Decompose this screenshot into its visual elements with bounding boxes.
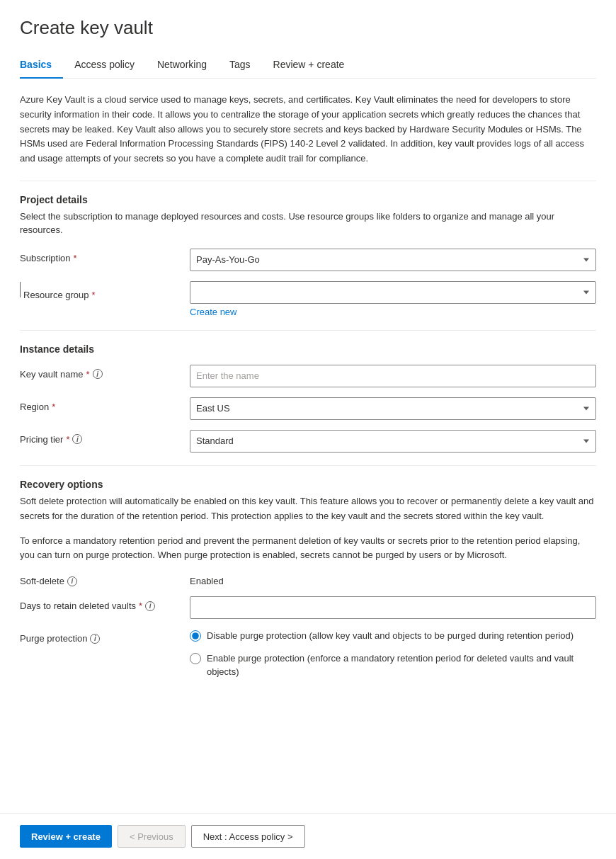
resource-group-row: Resource group * Create new [20,281,596,317]
resource-group-select-wrapper [190,281,596,304]
subscription-required: * [74,253,77,263]
subscription-control: Pay-As-You-Go [190,249,596,271]
purge-radio-1[interactable] [190,630,201,642]
purge-option-2-label: Enable purge protection (enforce a manda… [207,652,596,679]
resource-group-label: Resource group * [23,285,193,300]
recovery-description-2: To enforce a mandatory retention period … [20,534,596,564]
create-new-link[interactable]: Create new [190,307,236,317]
purge-options: Disable purge protection (allow key vaul… [190,629,596,679]
tab-networking[interactable]: Networking [146,53,218,79]
resource-group-required: * [92,290,96,300]
key-vault-name-control [190,365,596,387]
subscription-select[interactable]: Pay-As-You-Go [190,249,596,271]
key-vault-name-input[interactable] [190,365,596,387]
section-divider-2 [20,330,596,331]
footer: Review + create < Previous Next : Access… [0,813,616,859]
key-vault-name-row: Key vault name * i [20,365,596,387]
days-retain-input[interactable]: 90 [190,596,596,619]
tree-line [20,282,21,297]
subscription-select-wrapper: Pay-As-You-Go [190,249,596,271]
tab-basics[interactable]: Basics [20,53,63,79]
pricing-tier-select-wrapper: Standard Premium [190,430,596,453]
recovery-description-1: Soft delete protection will automaticall… [20,494,596,524]
project-details-section: Project details Select the subscription … [20,194,596,317]
page-container: Create key vault Basics Access policy Ne… [0,0,616,859]
key-vault-name-label: Key vault name * i [20,365,190,380]
soft-delete-value: Enabled [190,576,224,586]
next-button[interactable]: Next : Access policy > [191,825,305,848]
days-retain-label: Days to retain deleted vaults * i [20,596,190,611]
project-details-subtitle: Select the subscription to manage deploy… [20,210,596,237]
description-text: Azure Key Vault is a cloud service used … [20,93,596,166]
purge-option-1-label: Disable purge protection (allow key vaul… [207,629,574,643]
pricing-tier-row: Pricing tier * i Standard Premium [20,430,596,453]
purge-protection-row: Purge protection i Disable purge protect… [20,629,596,679]
subscription-label: Subscription * [20,249,190,263]
days-retain-info-icon[interactable]: i [145,601,155,611]
resource-group-select[interactable] [190,281,596,304]
purge-protection-control: Disable purge protection (allow key vaul… [190,629,596,679]
region-row: Region * East US West US West US 2 East … [20,397,596,420]
pricing-tier-label: Pricing tier * i [20,430,190,445]
region-label: Region * [20,397,190,412]
resource-group-label-wrap: Resource group * [20,281,190,300]
purge-protection-info-icon[interactable]: i [90,634,100,644]
previous-button[interactable]: < Previous [118,825,186,848]
tab-review-create[interactable]: Review + create [262,53,356,79]
resource-group-field-wrap: Create new [190,281,596,317]
region-control: East US West US West US 2 East US 2 Cent… [190,397,596,420]
pricing-tier-info-icon[interactable]: i [72,434,82,444]
tab-tags[interactable]: Tags [218,53,262,79]
key-vault-name-info-icon[interactable]: i [93,369,103,379]
tab-access-policy[interactable]: Access policy [63,53,146,79]
section-divider-3 [20,465,596,466]
instance-details-section: Instance details Key vault name * i Regi… [20,343,596,453]
soft-delete-row: Soft-delete i Enabled [20,576,596,586]
region-required: * [52,402,55,412]
tabs-bar: Basics Access policy Networking Tags Rev… [20,53,596,79]
recovery-options-title: Recovery options [20,479,596,490]
purge-radio-2[interactable] [190,653,201,664]
project-details-title: Project details [20,194,596,205]
purge-protection-label: Purge protection i [20,629,190,644]
page-title: Create key vault [20,17,596,39]
soft-delete-info-icon[interactable]: i [67,576,77,586]
pricing-tier-select[interactable]: Standard Premium [190,430,596,453]
days-retain-row: Days to retain deleted vaults * i 90 [20,596,596,619]
days-retain-required: * [139,601,142,611]
pricing-tier-required: * [66,434,69,445]
soft-delete-label: Soft-delete i [20,576,190,586]
purge-option-2[interactable]: Enable purge protection (enforce a manda… [190,652,596,679]
purge-option-1[interactable]: Disable purge protection (allow key vaul… [190,629,596,643]
recovery-options-section: Recovery options Soft delete protection … [20,479,596,679]
instance-details-title: Instance details [20,343,596,355]
days-retain-control: 90 [190,596,596,619]
review-create-button[interactable]: Review + create [20,825,112,848]
pricing-tier-control: Standard Premium [190,430,596,453]
region-select-wrapper: East US West US West US 2 East US 2 Cent… [190,397,596,420]
main-content: Create key vault Basics Access policy Ne… [0,0,616,813]
kv-name-required: * [86,369,90,380]
section-divider-1 [20,181,596,181]
subscription-row: Subscription * Pay-As-You-Go [20,249,596,271]
region-select[interactable]: East US West US West US 2 East US 2 Cent… [190,397,596,420]
